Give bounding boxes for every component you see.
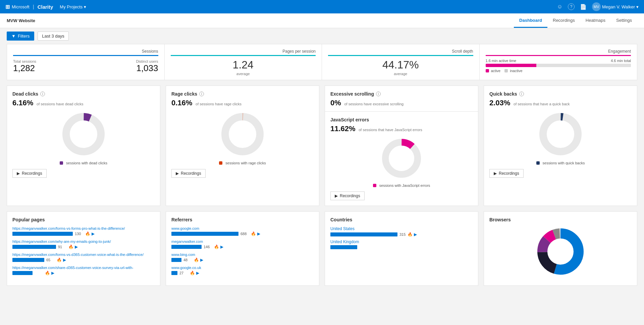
dead-clicks-recordings-btn[interactable]: ▶ Recordings — [12, 169, 47, 178]
clarity-label: Clarity — [38, 4, 53, 10]
referrer-icons-4: 🔥 ▶ — [190, 271, 199, 275]
main-content: Sessions Total sessions 1,282 Distinct u… — [0, 44, 644, 292]
referrer-count-2: 146 — [204, 245, 212, 249]
header-separator: | — [33, 4, 34, 9]
ref-recording-1[interactable]: ▶ — [257, 231, 260, 236]
countries-card: Countries United States 315 🔥 ▶ United K… — [325, 211, 478, 286]
page-bar-1 — [12, 232, 73, 236]
page-item-3: https://meganvwalker.com/forms-vs-d365-c… — [12, 253, 155, 262]
cards-grid: Dead clicks i 6.16% of sessions have dea… — [7, 86, 637, 206]
excessive-scrolling-info-icon[interactable]: i — [376, 92, 381, 96]
popular-pages-card: Popular pages https://meganvwalker.com/f… — [7, 211, 160, 286]
logo: ⊞ Microsoft | Clarity — [5, 4, 53, 10]
pages-bar — [171, 55, 316, 56]
active-legend-label: active — [491, 69, 501, 73]
smiley-icon[interactable]: ☺ — [557, 4, 562, 10]
ref-recording-2[interactable]: ▶ — [220, 245, 223, 249]
quick-backs-stat: 2.03% of sessions that have a quick back — [489, 99, 632, 107]
engagement-label: Engagement — [486, 49, 631, 54]
quick-backs-label: Quick backs — [489, 91, 517, 97]
js-errors-recordings-btn[interactable]: ▶ Recordings — [330, 192, 365, 200]
rage-clicks-info-icon[interactable]: i — [199, 92, 204, 96]
heatmap-icon-3[interactable]: 🔥 — [57, 258, 62, 262]
doc-icon[interactable]: 📄 — [580, 4, 587, 10]
quick-backs-dot — [536, 161, 540, 165]
heatmap-icon-4[interactable]: 🔥 — [45, 271, 50, 275]
referrer-count-4: 27 — [179, 271, 188, 275]
ref-recording-3[interactable]: ▶ — [200, 258, 203, 262]
heatmap-icon-2[interactable]: 🔥 — [68, 245, 73, 249]
projects-menu[interactable]: My Projects ▾ — [60, 4, 86, 9]
js-errors-section: JavaScript errors 11.62% of sessions tha… — [325, 112, 478, 206]
rage-clicks-legend-label: sessions with rage clicks — [225, 161, 266, 165]
recording-icon-3[interactable]: ▶ — [63, 258, 66, 262]
rage-clicks-desc: of sessions have rage clicks — [196, 102, 241, 106]
quick-backs-desc: of sessions that have a quick back — [514, 102, 570, 106]
sub-header: MVW Website Dashboard Recordings Heatmap… — [0, 13, 644, 28]
referrer-item-1: www.google.com 688 🔥 ▶ — [171, 226, 314, 236]
page-item-4: https://meganvwalker.com/share-d365-cust… — [12, 266, 155, 275]
page-url-4[interactable]: https://meganvwalker.com/share-d365-cust… — [12, 266, 155, 270]
dead-clicks-legend-label: sessions with dead clicks — [66, 161, 107, 165]
tab-recordings[interactable]: Recordings — [547, 14, 580, 28]
ref-heatmap-1[interactable]: 🔥 — [251, 231, 256, 236]
page-count-1: 130 — [75, 232, 83, 236]
engagement-time-labels: 1.6 min active time 4.6 min total — [486, 59, 631, 63]
ref-heatmap-3[interactable]: 🔥 — [194, 258, 199, 262]
filter-label: Filters — [18, 34, 30, 39]
rage-clicks-title: Rage clicks i — [171, 91, 314, 97]
rage-clicks-percent: 0.16% — [171, 99, 192, 107]
ref-heatmap-4[interactable]: 🔥 — [190, 271, 195, 275]
pages-label: Pages per session — [171, 49, 316, 54]
page-url-2[interactable]: https://meganvwalker.com/why-are-my-emai… — [12, 239, 155, 243]
page-item-1: https://meganvwalker.com/forms-vs-forms-… — [12, 226, 155, 236]
page-icons-4: 🔥 ▶ — [45, 271, 54, 275]
country-heatmap-1[interactable]: 🔥 — [408, 232, 413, 237]
excessive-scrolling-section: Excessive scrolling i 0% of sessions hav… — [325, 86, 478, 112]
user-menu[interactable]: MV Megan V. Walker ▾ — [592, 2, 639, 11]
project-name: MVW Website — [7, 18, 35, 23]
excessive-scrolling-label: Excessive scrolling — [330, 91, 374, 97]
page-url-1[interactable]: https://meganvwalker.com/forms-vs-forms-… — [12, 226, 155, 230]
rage-clicks-recordings-btn[interactable]: ▶ Recordings — [171, 169, 206, 178]
help-icon[interactable]: ? — [568, 3, 575, 10]
engagement-bar-container — [486, 64, 631, 67]
browsers-donut — [489, 226, 632, 277]
recording-icon-2[interactable]: ▶ — [75, 245, 78, 249]
dead-clicks-desc: of sessions have dead clicks — [37, 102, 83, 106]
ref-heatmap-2[interactable]: 🔥 — [214, 245, 219, 249]
page-bar-3 — [12, 258, 44, 262]
page-bar-row-3: 65 🔥 ▶ — [12, 258, 155, 262]
referrers-title: Referrers — [171, 217, 314, 222]
referrer-url-2: meganvwalker.com — [171, 239, 314, 243]
quick-backs-recordings-btn[interactable]: ▶ Recordings — [489, 169, 524, 178]
heatmap-icon-1[interactable]: 🔥 — [85, 231, 90, 236]
dead-clicks-info-icon[interactable]: i — [40, 92, 45, 96]
quick-backs-info-icon[interactable]: i — [519, 92, 524, 96]
country-recording-1[interactable]: ▶ — [414, 232, 417, 237]
recording-icon-1[interactable]: ▶ — [92, 231, 95, 236]
user-avatar: MV — [592, 2, 601, 11]
tab-heatmaps[interactable]: Heatmaps — [580, 14, 611, 28]
date-range-badge[interactable]: Last 3 days — [38, 32, 69, 41]
filter-icon: ▼ — [11, 34, 16, 39]
ref-recording-4[interactable]: ▶ — [196, 271, 199, 275]
dead-clicks-percent: 6.16% — [12, 99, 33, 107]
recording-icon-4[interactable]: ▶ — [51, 271, 54, 275]
engagement-legend: active inactive — [486, 69, 631, 73]
tab-dashboard[interactable]: Dashboard — [514, 14, 547, 28]
referrer-bar-row-2: 146 🔥 ▶ — [171, 245, 314, 249]
country-item-2: United Kingdom — [330, 239, 473, 249]
projects-chevron: ▾ — [84, 4, 86, 9]
quick-backs-donut — [489, 111, 632, 158]
filter-button[interactable]: ▼ Filters — [7, 32, 34, 41]
scroll-avg: average — [328, 72, 473, 76]
page-url-3[interactable]: https://meganvwalker.com/forms-vs-d365-c… — [12, 253, 155, 257]
nav-tabs: Dashboard Recordings Heatmaps Settings — [514, 14, 637, 28]
referrer-count-3: 48 — [183, 258, 192, 262]
tab-settings[interactable]: Settings — [611, 14, 637, 28]
card-quick-backs: Quick backs i 2.03% of sessions that hav… — [484, 86, 637, 206]
referrer-icons-1: 🔥 ▶ — [251, 231, 260, 236]
rage-clicks-label: Rage clicks — [171, 91, 197, 97]
excessive-scrolling-stat: 0% of sessions have excessive scrolling — [330, 99, 473, 107]
